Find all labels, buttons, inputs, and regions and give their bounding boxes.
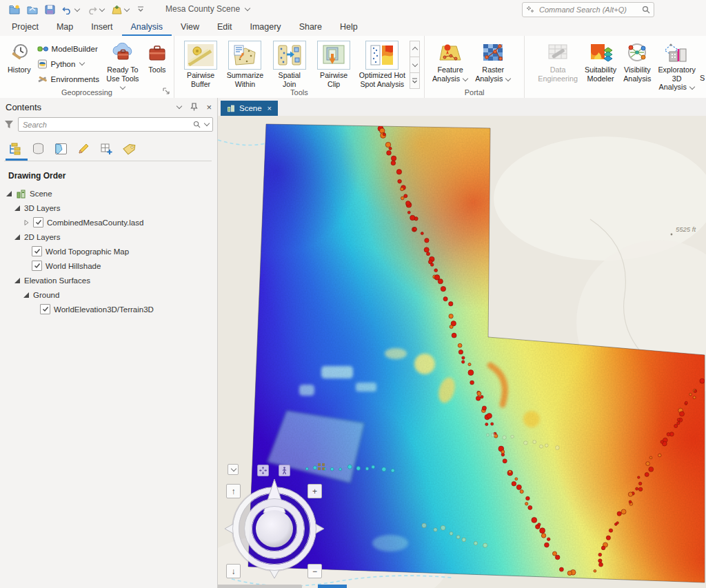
tree-item-scene[interactable]: Scene: [0, 186, 217, 201]
tab-imagery[interactable]: Imagery: [241, 19, 290, 36]
expander-expanded-icon[interactable]: [23, 292, 30, 298]
expander-expanded-icon[interactable]: [14, 205, 21, 212]
project-title-text: Mesa County Scene: [165, 4, 240, 14]
pin-icon[interactable]: [190, 103, 198, 111]
project-title[interactable]: Mesa County Scene: [165, 4, 250, 14]
full-control-icon[interactable]: [257, 465, 269, 476]
tree-item-elevation-surfaces[interactable]: Elevation Surfaces: [0, 273, 217, 287]
feature-analysis-button[interactable]: Feature Analysis: [429, 39, 472, 85]
gallery-scroll-up-button[interactable]: [410, 41, 420, 57]
contents-close-icon[interactable]: ×: [206, 102, 212, 112]
command-search-input[interactable]: [538, 5, 638, 14]
tab-map[interactable]: Map: [48, 19, 82, 36]
group-label-tools: Tools: [174, 88, 424, 97]
walk-mode-icon[interactable]: [279, 465, 290, 476]
suitability-modeler-button[interactable]: Suitability Modeler: [581, 39, 620, 85]
tab-help[interactable]: Help: [331, 19, 367, 36]
feature-analysis-chevron: [463, 75, 468, 81]
tab-share[interactable]: Share: [290, 19, 331, 36]
truncated-next-button[interactable]: S: [700, 74, 705, 82]
add-data-button[interactable]: [110, 3, 132, 16]
horizontal-scrollbar-thumb[interactable]: [318, 585, 347, 588]
visibility-analysis-icon: [625, 41, 649, 65]
active-view-underline: [6, 159, 28, 161]
move-down-button[interactable]: ↓: [226, 564, 241, 578]
tab-analysis[interactable]: Analysis: [122, 19, 172, 36]
save-project-button[interactable]: [43, 3, 57, 16]
search-options-chevron[interactable]: [204, 121, 210, 126]
gallery-scroll-down-button[interactable]: [410, 57, 420, 73]
data-engineering-button[interactable]: Data Engineering: [534, 39, 581, 85]
ready-to-use-tools-button[interactable]: Ready To Use Tools: [102, 39, 143, 94]
tree-item-3d-layers[interactable]: 3D Layers: [0, 201, 217, 215]
exploratory-3d-analysis-button[interactable]: Exploratory 3D Analysis: [654, 39, 699, 94]
customize-qat-icon: [137, 6, 144, 12]
spatial-join-button[interactable]: Spatial Join: [268, 39, 312, 88]
hillshade-visibility-checkbox[interactable]: [32, 261, 42, 271]
visibility-analysis-button[interactable]: Visibility Analysis: [620, 39, 654, 85]
undo-dropdown-chevron[interactable]: [74, 6, 80, 11]
filter-icon[interactable]: [4, 120, 14, 129]
navigator-sphere[interactable]: [256, 510, 293, 547]
tools-button[interactable]: Tools: [143, 39, 171, 77]
contents-search-input[interactable]: [21, 120, 190, 130]
redo-button[interactable]: [85, 4, 107, 16]
zoom-in-button[interactable]: +: [307, 484, 322, 498]
summarize-within-button[interactable]: Summarize Within: [223, 39, 267, 88]
move-up-button[interactable]: ↑: [226, 484, 241, 498]
undo-button[interactable]: [60, 4, 82, 16]
tree-item-2d-layers[interactable]: 2D Layers: [0, 230, 217, 244]
gallery-expand-button[interactable]: [410, 72, 420, 89]
contents-menu-chevron[interactable]: [176, 103, 182, 108]
zoom-out-button[interactable]: −: [307, 564, 322, 578]
contents-search-box[interactable]: [18, 117, 213, 132]
list-by-editing-button[interactable]: [75, 141, 92, 156]
list-by-data-source-button[interactable]: [30, 141, 46, 156]
tree-item-hillshade[interactable]: World Hillshade: [0, 258, 217, 273]
redo-dropdown-chevron[interactable]: [99, 6, 105, 11]
open-project-button[interactable]: [25, 3, 40, 16]
expander-expanded-icon[interactable]: [6, 190, 12, 197]
list-by-drawing-order-button[interactable]: [7, 141, 23, 156]
command-search[interactable]: [522, 2, 654, 17]
expander-collapsed-icon[interactable]: [23, 219, 30, 226]
history-button[interactable]: History: [4, 39, 34, 77]
tree-item-terrain3d[interactable]: WorldElevation3D/Terrain3D: [0, 302, 217, 316]
list-by-selection-button[interactable]: [52, 141, 69, 156]
sparkle-icon: [526, 6, 534, 14]
lasd-visibility-checkbox[interactable]: [33, 217, 43, 227]
tree-item-lasd[interactable]: CombinedMesaCounty.lasd: [0, 215, 217, 230]
list-by-labeling-button[interactable]: [121, 141, 137, 156]
tab-insert[interactable]: Insert: [82, 19, 121, 36]
raster-analysis-button[interactable]: Raster Analysis: [472, 39, 514, 85]
modelbuilder-button[interactable]: ModelBuilder: [34, 41, 102, 56]
python-button[interactable]: Python: [34, 57, 102, 71]
tree-item-2d-layers-label: 2D Layers: [24, 233, 60, 241]
expander-expanded-icon[interactable]: [14, 234, 21, 241]
group-label-portal: Portal: [425, 88, 524, 97]
pairwise-buffer-button[interactable]: Pairwise Buffer: [179, 39, 223, 88]
geoprocessing-dialog-launcher[interactable]: [163, 88, 171, 96]
expander-expanded-icon[interactable]: [14, 277, 21, 284]
terrain3d-visibility-checkbox[interactable]: [40, 304, 50, 314]
new-project-button[interactable]: [7, 3, 22, 16]
environments-button[interactable]: Environments: [34, 72, 102, 86]
pairwise-clip-button[interactable]: Pairwise Clip: [312, 39, 356, 88]
feature-analysis-label: Feature Analysis: [432, 65, 463, 83]
optimized-hot-spot-button[interactable]: Optimized Hot Spot Analysis: [356, 39, 408, 88]
scene-canvas[interactable]: 5525 ft: [218, 116, 706, 588]
scene-view-tab[interactable]: Scene ×: [221, 101, 278, 116]
tree-item-ground[interactable]: Ground: [0, 287, 217, 302]
tree-item-topo[interactable]: World Topographic Map: [0, 244, 217, 258]
horizontal-scrollbar-track[interactable]: [218, 585, 302, 588]
add-data-dropdown-chevron[interactable]: [124, 6, 130, 11]
topo-visibility-checkbox[interactable]: [32, 246, 42, 256]
suitability-modeler-label: Suitability Modeler: [585, 65, 616, 83]
list-by-snapping-button[interactable]: [98, 141, 114, 156]
tab-view[interactable]: View: [172, 19, 208, 36]
customize-qat-button[interactable]: [137, 6, 144, 14]
scene-tab-close-icon[interactable]: ×: [268, 104, 272, 112]
navigator-collapse-button[interactable]: [228, 464, 239, 475]
tab-edit[interactable]: Edit: [208, 19, 241, 36]
tab-project[interactable]: Project: [3, 19, 48, 36]
